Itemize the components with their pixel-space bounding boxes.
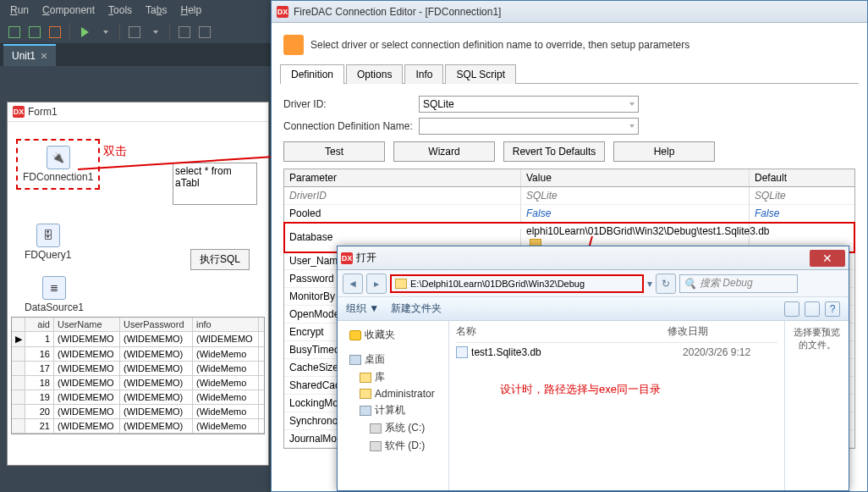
param-row[interactable]: Pooled False False bbox=[284, 205, 854, 223]
component-fdconnection[interactable]: 🔌 FDConnection1 bbox=[19, 142, 96, 186]
toolbar-btn-4[interactable] bbox=[125, 23, 144, 41]
sidebar-computer[interactable]: 计算机 bbox=[341, 401, 445, 419]
tab-definition[interactable]: Definition bbox=[280, 64, 344, 84]
tab-label: Unit1 bbox=[12, 50, 36, 62]
sidebar-favorites[interactable]: 收藏夹 bbox=[341, 326, 445, 344]
new-folder-button[interactable]: 新建文件夹 bbox=[391, 301, 442, 316]
table-row[interactable]: 16 (WIDEMEMO (WIDEMEMO) (WideMemo bbox=[12, 347, 264, 362]
run-dropdown[interactable] bbox=[96, 23, 114, 41]
desktop-icon bbox=[349, 355, 361, 365]
menu-run[interactable]: RRunun bbox=[10, 4, 29, 16]
conn-def-label: Connection Definition Name: bbox=[283, 120, 419, 132]
sidebar-admin[interactable]: Administrator bbox=[341, 386, 445, 401]
menu-help[interactable]: Help bbox=[180, 4, 201, 16]
search-icon: 🔍 bbox=[684, 278, 696, 290]
test-button[interactable]: Test bbox=[283, 141, 385, 162]
preview-button[interactable] bbox=[805, 301, 820, 317]
tab-sqlscript[interactable]: SQL Script bbox=[445, 64, 516, 84]
toolbar-btn-3[interactable] bbox=[46, 23, 64, 41]
conn-def-combo[interactable] bbox=[419, 118, 639, 135]
tab-options[interactable]: Options bbox=[346, 64, 403, 84]
col-name[interactable]: 名称 bbox=[456, 324, 667, 339]
component-datasource[interactable]: ≣ DataSource1 bbox=[25, 276, 84, 313]
wizard-hint: Select driver or select connection defin… bbox=[280, 30, 859, 64]
form-title-text: Form1 bbox=[28, 106, 58, 118]
open-dialog-title: 打开 bbox=[356, 251, 376, 265]
toolbar-btn-2[interactable] bbox=[25, 23, 44, 41]
computer-icon bbox=[360, 406, 371, 416]
revert-button[interactable]: Revert To Defaults bbox=[503, 141, 605, 162]
help-button[interactable]: Help bbox=[613, 141, 715, 162]
table-row[interactable]: 21 (WIDEMEMO (WIDEMEMO) (WideMemo bbox=[12, 419, 264, 434]
sidebar-drive-c[interactable]: 系统 (C:) bbox=[341, 419, 445, 437]
menu-tools[interactable]: Tools bbox=[108, 4, 132, 16]
execute-sql-button[interactable]: 执行SQL bbox=[190, 249, 250, 270]
chevron-down-icon bbox=[629, 124, 635, 128]
annotation-path-note: 设计时，路径选择与exe同一目录 bbox=[500, 382, 661, 397]
table-row[interactable]: 18 (WIDEMEMO (WIDEMEMO) (WideMemo bbox=[12, 376, 264, 390]
sidebar-libraries[interactable]: 库 bbox=[341, 368, 445, 386]
refresh-button[interactable]: ↻ bbox=[656, 274, 676, 294]
file-item[interactable]: test1.Sqlite3.db 2020/3/26 9:12 bbox=[456, 343, 777, 362]
app-icon: DX bbox=[13, 106, 25, 118]
help-icon[interactable]: ? bbox=[825, 301, 840, 317]
param-col-value: Value bbox=[521, 169, 750, 186]
col-userpassword[interactable]: UserPassword bbox=[120, 318, 193, 331]
param-col-parameter: Parameter bbox=[284, 169, 521, 186]
chevron-down-icon bbox=[629, 102, 635, 106]
col-date[interactable]: 修改日期 bbox=[667, 324, 777, 339]
star-icon bbox=[349, 330, 361, 340]
wizard-button[interactable]: Wizard bbox=[393, 141, 495, 162]
sql-text: select * from aTabl bbox=[175, 165, 232, 189]
col-username[interactable]: UserName bbox=[54, 318, 120, 331]
db-grid[interactable]: aid UserName UserPassword info ▶ 1 (WIDE… bbox=[11, 317, 265, 434]
run-button[interactable] bbox=[75, 23, 94, 41]
file-list[interactable]: 名称 修改日期 test1.Sqlite3.db 2020/3/26 9:12 … bbox=[449, 321, 784, 490]
firedac-titlebar[interactable]: DX FireDAC Connection Editor - [FDConnec… bbox=[272, 1, 867, 23]
search-placeholder: 搜索 Debug bbox=[700, 276, 753, 290]
fdquery-label: FDQuery1 bbox=[25, 249, 71, 261]
organize-menu[interactable]: 组织 ▼ bbox=[346, 301, 379, 316]
open-dialog-titlebar[interactable]: DX 打开 ✕ bbox=[338, 246, 849, 270]
toolbar-btn-6[interactable] bbox=[175, 23, 194, 41]
sql-editor[interactable]: select * from aTabl bbox=[173, 163, 257, 205]
table-row[interactable]: ▶ 1 (WIDEMEMO (WIDEMEMO) (WIDEMEMO bbox=[12, 332, 264, 347]
view-button[interactable] bbox=[784, 301, 799, 317]
toolbar-btn-7[interactable] bbox=[195, 23, 214, 41]
sidebar-desktop[interactable]: 桌面 bbox=[341, 351, 445, 368]
driver-id-combo[interactable]: SQLite bbox=[419, 96, 639, 113]
close-button[interactable]: ✕ bbox=[810, 250, 845, 267]
folder-icon bbox=[395, 279, 407, 289]
col-aid[interactable]: aid bbox=[25, 318, 54, 331]
table-row[interactable]: 19 (WIDEMEMO (WIDEMEMO) (WideMemo bbox=[12, 390, 264, 405]
table-row[interactable]: 17 (WIDEMEMO (WIDEMEMO) (WideMemo bbox=[12, 362, 264, 376]
open-dialog-toolbar: 组织 ▼ 新建文件夹 ? bbox=[338, 297, 849, 321]
annotation-doubleclick: 双击 bbox=[103, 144, 127, 159]
close-icon[interactable]: × bbox=[41, 49, 47, 63]
firedac-tabs: Definition Options Info SQL Script bbox=[280, 64, 859, 84]
component-fdquery[interactable]: 🗄 FDQuery1 bbox=[25, 224, 71, 261]
col-info[interactable]: info bbox=[193, 318, 259, 331]
tab-info[interactable]: Info bbox=[404, 64, 443, 84]
firedac-title-text: FireDAC Connection Editor - [FDConnectio… bbox=[294, 6, 501, 18]
user-icon bbox=[360, 389, 371, 399]
open-dialog-nav: ◄ ▸ E:\Delphi10Learn\01DBGrid\Win32\Debu… bbox=[338, 270, 849, 297]
toolbar-btn-5[interactable] bbox=[146, 23, 164, 41]
tab-unit1[interactable]: Unit1 × bbox=[3, 44, 56, 66]
datasource-icon: ≣ bbox=[42, 276, 66, 300]
library-icon bbox=[360, 373, 371, 383]
toolbar-btn-1[interactable] bbox=[5, 23, 24, 41]
forward-button[interactable]: ▸ bbox=[366, 274, 387, 294]
menu-tabs[interactable]: Tabs bbox=[146, 4, 167, 16]
fdconnection-label: FDConnection1 bbox=[23, 171, 93, 183]
menu-component[interactable]: Component bbox=[42, 4, 95, 16]
form-designer: DX Form1 🔌 FDConnection1 select * from a… bbox=[7, 102, 269, 466]
param-row[interactable]: DriverID SQLite SQLite bbox=[284, 187, 854, 205]
back-button[interactable]: ◄ bbox=[343, 274, 363, 294]
search-input[interactable]: 🔍 搜索 Debug bbox=[679, 274, 798, 293]
table-row[interactable]: 20 (WIDEMEMO (WIDEMEMO) (WideMemo bbox=[12, 405, 264, 419]
form-titlebar: DX Form1 bbox=[8, 102, 268, 122]
address-bar[interactable]: E:\Delphi10Learn\01DBGrid\Win32\Debug bbox=[390, 274, 644, 293]
sidebar-drive-d[interactable]: 软件 (D:) bbox=[341, 437, 445, 455]
open-dialog: DX 打开 ✕ ◄ ▸ E:\Delphi10Learn\01DBGrid\Wi… bbox=[337, 246, 849, 491]
